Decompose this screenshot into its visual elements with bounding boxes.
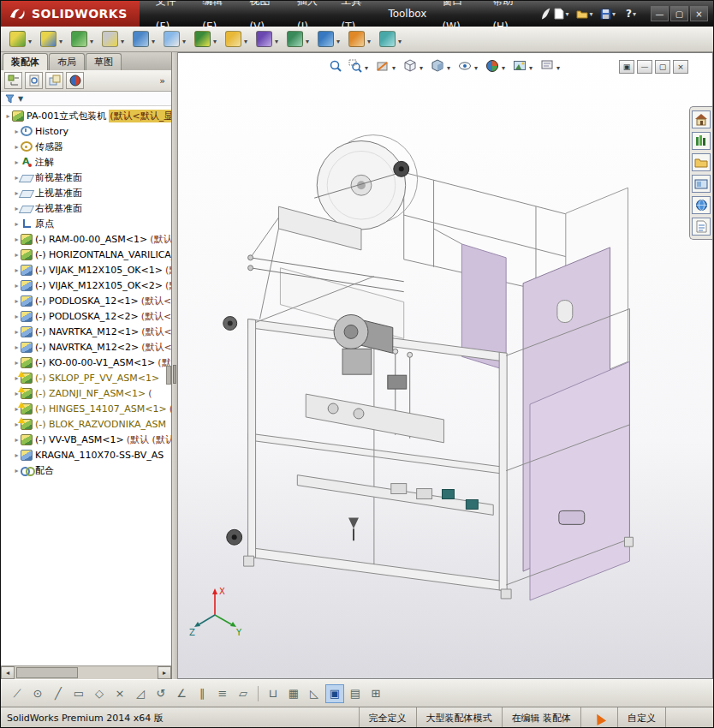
- window-maximize[interactable]: ▢: [670, 6, 688, 21]
- quill-icon[interactable]: [540, 7, 551, 21]
- cad-model[interactable]: [178, 53, 712, 677]
- tree-item[interactable]: (-) HORIZONTALNA_VARILICA_A: [1, 247, 171, 262]
- display-manager-tab[interactable]: [66, 72, 84, 89]
- insert-component[interactable]: [8, 29, 35, 49]
- tree-item[interactable]: (-) VIJAK_M12X105_OK<2> (默认: [1, 277, 171, 293]
- file-explorer-tab[interactable]: [692, 153, 711, 171]
- tree-horizontal-scrollbar[interactable]: ◂ ▸: [1, 665, 171, 679]
- menu-item[interactable]: 帮助(H): [485, 0, 533, 39]
- zoom-fit-button[interactable]: [327, 58, 344, 74]
- tree-item[interactable]: History: [1, 123, 171, 139]
- custom-properties-tab[interactable]: [692, 218, 711, 236]
- tree-item[interactable]: (-) BLOK_RAZVODNIKA_ASM: [1, 416, 171, 432]
- doc-minimize[interactable]: —: [637, 60, 652, 74]
- exploded-view[interactable]: [316, 29, 343, 49]
- expander-icon[interactable]: [4, 112, 12, 120]
- graphics-viewport[interactable]: ▣ — ▢ ×: [178, 52, 713, 679]
- expander-icon[interactable]: [13, 236, 21, 243]
- tree-item[interactable]: 配合: [1, 462, 171, 478]
- weld-bead[interactable]: ⊔: [264, 684, 283, 703]
- viewport-layout[interactable]: ▣: [619, 60, 634, 74]
- menu-item[interactable]: 窗口(W): [434, 0, 485, 39]
- tree-vertical-scrollbar[interactable]: [166, 366, 171, 385]
- feature-tree-tab[interactable]: [4, 72, 22, 89]
- linear-sketch-pattern[interactable]: ≡: [213, 684, 232, 703]
- rectangle-tool[interactable]: ▭: [69, 684, 88, 703]
- view-palette-tab[interactable]: [692, 175, 711, 193]
- tree-item[interactable]: (-) PODLOSKA_12<1> (默认<默认: [1, 293, 171, 308]
- parallel-tool[interactable]: ∥: [193, 684, 211, 703]
- window-minimize[interactable]: —: [651, 6, 669, 21]
- expander-icon[interactable]: [13, 158, 21, 166]
- grid-system[interactable]: ▦: [284, 684, 303, 703]
- reference-geometry[interactable]: [223, 29, 251, 49]
- corner-tool[interactable]: ◿: [131, 684, 150, 703]
- table-grid[interactable]: ⊞: [366, 684, 385, 703]
- expander-icon[interactable]: [13, 282, 21, 289]
- shaded-sketch-contours[interactable]: ▣: [325, 684, 344, 703]
- tree-item[interactable]: KRAGNA_110X70-SS-BV_AS: [1, 447, 171, 462]
- window-close[interactable]: ×: [690, 6, 708, 21]
- section-grid[interactable]: ▤: [346, 684, 365, 703]
- expander-icon[interactable]: [13, 266, 21, 274]
- component-pattern[interactable]: [69, 29, 97, 49]
- home-tab[interactable]: [692, 110, 711, 128]
- tree-filter-row[interactable]: ▼: [1, 92, 171, 106]
- tree-item[interactable]: (-) VV-VB_ASM<1> (默认 (默认: [1, 432, 171, 447]
- tree-item[interactable]: 原点: [1, 216, 171, 231]
- display-style-button[interactable]: [429, 57, 454, 75]
- menu-item[interactable]: Toolbox: [380, 1, 434, 27]
- new-motion-study[interactable]: [254, 29, 282, 49]
- rotate-tool[interactable]: ↺: [152, 684, 170, 703]
- custom-status-button[interactable]: 自定义: [617, 707, 665, 728]
- appearances-scenes-tab[interactable]: [692, 196, 711, 214]
- section-view-button[interactable]: [374, 57, 399, 75]
- tree-item[interactable]: 上视基准面: [1, 185, 171, 200]
- tree-item[interactable]: 前视基准面: [1, 170, 171, 185]
- trim-tool[interactable]: ×: [110, 684, 129, 703]
- expander-icon[interactable]: [13, 467, 21, 474]
- ruled-surface[interactable]: ◺: [305, 684, 324, 703]
- tree-item[interactable]: (-) RAM-00-00_ASM<1> (默认: [1, 231, 171, 247]
- tree-item[interactable]: 传感器: [1, 139, 171, 154]
- design-library-tab[interactable]: [692, 132, 711, 150]
- configuration-manager-tab[interactable]: [45, 72, 63, 89]
- tree-item[interactable]: (-) PODLOSKA_12<2> (默认<默认: [1, 308, 171, 324]
- hide-show-items-button[interactable]: [456, 57, 481, 75]
- expander-icon[interactable]: [13, 251, 21, 259]
- tree-item[interactable]: (-) VIJAK_M12X105_OK<1> (默认: [1, 262, 171, 277]
- scroll-thumb[interactable]: [16, 667, 78, 678]
- property-manager-tab[interactable]: [25, 72, 43, 89]
- tree-item[interactable]: (-) HINGES_14107_ASM<1> (: [1, 401, 171, 416]
- panel-tab[interactable]: 草图: [86, 53, 122, 70]
- move-component[interactable]: [131, 29, 158, 49]
- expander-icon[interactable]: [13, 451, 21, 459]
- new-document-button[interactable]: ▾: [551, 5, 572, 22]
- edit-appearance-button[interactable]: [484, 57, 509, 75]
- smart-fasteners[interactable]: [100, 29, 128, 49]
- apply-scene-button[interactable]: [511, 57, 536, 75]
- plane-tool[interactable]: ▱: [234, 684, 253, 703]
- line-tool[interactable]: ╱: [49, 684, 68, 703]
- scroll-right-arrow[interactable]: ▸: [158, 666, 171, 679]
- expander-icon[interactable]: [13, 143, 21, 151]
- expander-icon[interactable]: [13, 220, 21, 228]
- panel-tab[interactable]: 布局: [49, 53, 85, 70]
- view-settings-button[interactable]: [538, 57, 563, 75]
- panel-overflow-chevron[interactable]: »: [159, 75, 168, 87]
- help-button[interactable]: ?▾: [621, 5, 641, 22]
- select-tool[interactable]: ⟋: [8, 684, 27, 703]
- tree-root-item[interactable]: PA-001立式包装机 (默认<默认_显示: [1, 108, 171, 123]
- tree-item[interactable]: (-) NAVRTKA_M12<2> (默认<默认: [1, 339, 171, 355]
- tree-item[interactable]: 注解: [1, 154, 171, 170]
- polygon-tool[interactable]: ◇: [90, 684, 109, 703]
- expander-icon[interactable]: [13, 436, 21, 444]
- panel-splitter[interactable]: [172, 52, 178, 679]
- expander-icon[interactable]: [13, 359, 21, 367]
- angle-tool[interactable]: ∠: [172, 684, 191, 703]
- doc-close[interactable]: ×: [673, 60, 688, 74]
- assembly-features[interactable]: [193, 29, 220, 49]
- expander-icon[interactable]: [13, 343, 21, 351]
- expander-icon[interactable]: [13, 328, 21, 336]
- view-orientation-button[interactable]: [402, 57, 426, 75]
